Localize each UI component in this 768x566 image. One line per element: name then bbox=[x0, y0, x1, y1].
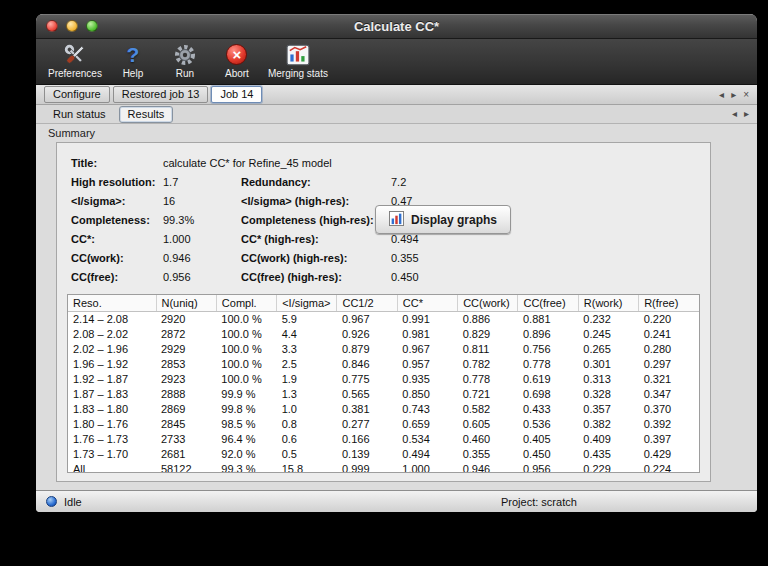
bar-chart-icon bbox=[389, 211, 404, 229]
stat-label: CC*: bbox=[71, 233, 163, 245]
stat-value: 16 bbox=[163, 195, 241, 207]
stat-label: CC(work) (high-res): bbox=[241, 252, 391, 264]
table-cell: 0.991 bbox=[397, 311, 457, 326]
zoom-button[interactable] bbox=[86, 20, 98, 32]
table-cell: 0.397 bbox=[639, 431, 699, 446]
table-cell: 1.9 bbox=[277, 371, 337, 386]
table-cell: 1.80 – 1.76 bbox=[68, 416, 156, 431]
toolbar: Preferences ? Help Run Abort bbox=[36, 39, 757, 85]
table-row[interactable]: 2.08 – 2.022872100.0 %4.40.9260.9810.829… bbox=[68, 326, 699, 341]
table-cell: 100.0 % bbox=[216, 326, 276, 341]
results-panel: Title: calculate CC* for Refine_45 model… bbox=[56, 142, 711, 482]
abort-button[interactable]: Abort bbox=[216, 41, 258, 80]
table-cell: 2869 bbox=[156, 401, 216, 416]
table-cell: 2845 bbox=[156, 416, 216, 431]
subtab-back-icon[interactable]: ◂ bbox=[732, 109, 737, 119]
window-title: Calculate CC* bbox=[36, 19, 757, 34]
column-header[interactable]: CC(free) bbox=[518, 295, 578, 311]
table-row[interactable]: 1.92 – 1.872923100.0 %1.90.7750.9350.778… bbox=[68, 371, 699, 386]
column-header[interactable]: Compl. bbox=[216, 295, 276, 311]
close-button[interactable] bbox=[46, 20, 58, 32]
summary-row: CC(work): 0.946 CC(work) (high-res): 0.3… bbox=[71, 248, 696, 267]
column-header[interactable]: <I/sigma> bbox=[277, 295, 337, 311]
column-header[interactable]: Reso. bbox=[68, 295, 156, 311]
table-cell: 0.229 bbox=[578, 461, 638, 473]
table-row[interactable]: 1.80 – 1.76284598.5 %0.80.2770.6590.6050… bbox=[68, 416, 699, 431]
stat-label: <I/sigma>: bbox=[71, 195, 163, 207]
tab-configure[interactable]: Configure bbox=[44, 86, 110, 103]
help-button[interactable]: ? Help bbox=[112, 41, 154, 80]
column-header[interactable]: CC(work) bbox=[458, 295, 518, 311]
minimize-button[interactable] bbox=[66, 20, 78, 32]
table-cell: 4.4 bbox=[277, 326, 337, 341]
stat-label: Completeness (high-res): bbox=[241, 214, 391, 226]
table-cell: 0.6 bbox=[277, 431, 337, 446]
preferences-button[interactable]: Preferences bbox=[48, 41, 102, 80]
tab-restored-job-13[interactable]: Restored job 13 bbox=[113, 86, 209, 103]
run-button[interactable]: Run bbox=[164, 41, 206, 80]
tab-job-14[interactable]: Job 14 bbox=[211, 86, 262, 103]
table-row[interactable]: 1.73 – 1.70268192.0 %0.50.1390.4940.3550… bbox=[68, 446, 699, 461]
table-cell: 2920 bbox=[156, 311, 216, 326]
summary-title-row: Title: calculate CC* for Refine_45 model bbox=[71, 153, 696, 172]
table-cell: 0.494 bbox=[397, 446, 457, 461]
table-cell: 0.756 bbox=[518, 341, 578, 356]
table-cell: 0.301 bbox=[578, 356, 638, 371]
table-cell: 0.429 bbox=[639, 446, 699, 461]
stat-value: 1.7 bbox=[163, 176, 241, 188]
title-label: Title: bbox=[71, 157, 163, 169]
table-cell: 0.829 bbox=[458, 326, 518, 341]
table-row[interactable]: 1.76 – 1.73273396.4 %0.60.1660.5340.4600… bbox=[68, 431, 699, 446]
table-cell: 0.881 bbox=[518, 311, 578, 326]
table-cell: 2923 bbox=[156, 371, 216, 386]
subtab-forward-icon[interactable]: ▸ bbox=[744, 109, 749, 119]
table-cell: 0.405 bbox=[518, 431, 578, 446]
merging-stats-label: Merging stats bbox=[268, 68, 328, 80]
display-graphs-button[interactable]: Display graphs bbox=[375, 205, 511, 234]
table-row[interactable]: 2.02 – 1.962929100.0 %3.30.8790.9670.811… bbox=[68, 341, 699, 356]
result-tab-bar: Run status Results ◂ ▸ bbox=[36, 105, 757, 124]
table-cell: 1.000 bbox=[397, 461, 457, 473]
column-header[interactable]: N(uniq) bbox=[156, 295, 216, 311]
table-cell: 0.778 bbox=[458, 371, 518, 386]
table-row[interactable]: 2.14 – 2.082920100.0 %5.90.9670.9910.886… bbox=[68, 311, 699, 326]
table-cell: 0.879 bbox=[337, 341, 397, 356]
table-row[interactable]: 1.96 – 1.922853100.0 %2.50.8460.9570.782… bbox=[68, 356, 699, 371]
stat-label: CC(work): bbox=[71, 252, 163, 264]
table-cell: 99.9 % bbox=[216, 386, 276, 401]
column-header[interactable]: R(work) bbox=[578, 295, 638, 311]
table-cell: All bbox=[68, 461, 156, 473]
tab-forward-icon[interactable]: ▸ bbox=[731, 90, 736, 100]
tab-close-icon[interactable]: × bbox=[743, 90, 749, 100]
table-row[interactable]: 1.87 – 1.83288899.9 %1.30.5650.8500.7210… bbox=[68, 386, 699, 401]
run-label: Run bbox=[176, 68, 194, 80]
table-cell: 0.896 bbox=[518, 326, 578, 341]
tab-nav: ◂ ▸ × bbox=[719, 90, 749, 100]
table-cell: 0.328 bbox=[578, 386, 638, 401]
titlebar[interactable]: Calculate CC* bbox=[36, 14, 757, 39]
table-cell: 0.721 bbox=[458, 386, 518, 401]
subtab-run-status[interactable]: Run status bbox=[44, 106, 115, 123]
table-cell: 0.967 bbox=[337, 311, 397, 326]
merging-stats-button[interactable]: Merging stats bbox=[268, 41, 328, 80]
table-cell: 0.957 bbox=[397, 356, 457, 371]
table-cell: 0.347 bbox=[639, 386, 699, 401]
stat-value: 0.956 bbox=[163, 271, 241, 283]
table-cell: 100.0 % bbox=[216, 311, 276, 326]
stat-value: 0.494 bbox=[391, 233, 419, 245]
column-header[interactable]: CC* bbox=[397, 295, 457, 311]
table-cell: 0.355 bbox=[458, 446, 518, 461]
tab-back-icon[interactable]: ◂ bbox=[719, 90, 724, 100]
table-cell: 0.605 bbox=[458, 416, 518, 431]
table-row[interactable]: 1.83 – 1.80286999.8 %1.00.3810.7430.5820… bbox=[68, 401, 699, 416]
stat-value: 99.3% bbox=[163, 214, 241, 226]
column-header[interactable]: CC1/2 bbox=[337, 295, 397, 311]
subtab-results[interactable]: Results bbox=[119, 106, 174, 123]
table-cell: 1.83 – 1.80 bbox=[68, 401, 156, 416]
table-cell: 1.76 – 1.73 bbox=[68, 431, 156, 446]
table-cell: 0.536 bbox=[518, 416, 578, 431]
column-header[interactable]: R(free) bbox=[639, 295, 699, 311]
table-cell: 2853 bbox=[156, 356, 216, 371]
table-cell: 0.743 bbox=[397, 401, 457, 416]
table-row[interactable]: All5812299.3 %15.80.9991.0000.9460.9560.… bbox=[68, 461, 699, 473]
